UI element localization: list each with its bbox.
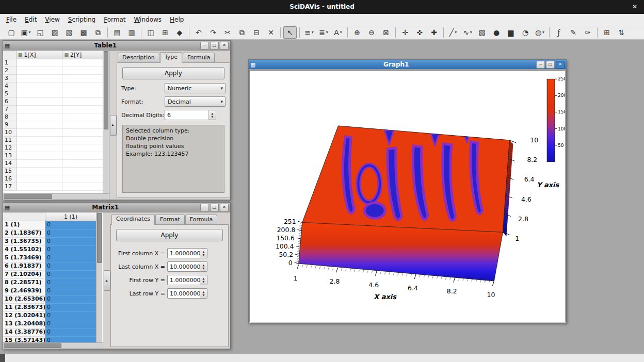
plot-canvas[interactable]: 12.84.66.48.21012.84.66.48.210050.2100.4…: [249, 70, 566, 322]
matrix-row-header[interactable]: 7 (2.10204): [3, 271, 45, 279]
matrix1-vertical-scrollbar[interactable]: [96, 212, 102, 342]
matrix-row-header[interactable]: 3 (1.36735): [3, 238, 45, 246]
add-function-icon[interactable]: ∿: [461, 26, 474, 39]
python-console-icon[interactable]: ✑: [581, 26, 594, 39]
plot-pie-icon[interactable]: ◔: [519, 26, 532, 39]
menu-edit[interactable]: Edit: [21, 14, 41, 25]
cut-icon[interactable]: ✂: [221, 26, 234, 39]
zoom-out-icon[interactable]: ⊖: [365, 26, 378, 39]
row-number[interactable]: 7: [3, 106, 17, 113]
close-button[interactable]: ✕: [556, 61, 565, 69]
layers-icon[interactable]: ≡: [302, 26, 316, 39]
table-cell[interactable]: [62, 98, 103, 106]
plot-3d-icon[interactable]: ●: [490, 26, 503, 39]
table-cell[interactable]: [62, 59, 103, 67]
row-number[interactable]: 2: [3, 67, 17, 75]
matrix-row-header[interactable]: 4 (1.55102): [3, 246, 45, 254]
project-explorer-icon[interactable]: ◫: [144, 26, 157, 39]
data-reader-icon[interactable]: ✜: [413, 26, 426, 39]
table-cell[interactable]: [62, 137, 103, 144]
tab-formula[interactable]: Formula: [185, 215, 217, 224]
matrix1-titlebar[interactable]: ▦ Matrix1 − □ ✕: [3, 203, 230, 212]
matrix-cell[interactable]: 0: [45, 271, 96, 279]
matrix-row-header[interactable]: 2 (1.18367): [3, 229, 45, 238]
decimal-digits-spinbox[interactable]: 6: [165, 110, 216, 120]
add-text-icon[interactable]: A: [331, 26, 345, 39]
apply-button[interactable]: Apply: [116, 229, 223, 241]
spin-arrows-icon[interactable]: [200, 289, 207, 298]
splitter-expand-button[interactable]: ▸: [110, 115, 117, 136]
table-cell[interactable]: [62, 113, 103, 121]
matrix-cell[interactable]: 0: [45, 295, 96, 304]
rescale-icon[interactable]: ⊠: [379, 26, 393, 39]
matrix-cell[interactable]: 0: [45, 221, 96, 229]
coordinate-spinbox[interactable]: 1.000000000: [167, 248, 207, 258]
table1-vertical-scrollbar[interactable]: [103, 51, 109, 193]
table-cell[interactable]: [17, 152, 63, 160]
menu-help[interactable]: Help: [166, 14, 188, 25]
row-number[interactable]: 4: [3, 83, 17, 90]
table-cell[interactable]: [17, 168, 63, 175]
add-image-icon[interactable]: ▧: [475, 26, 489, 39]
table-cell[interactable]: [62, 75, 103, 83]
add-column-icon[interactable]: ⊞: [600, 26, 614, 39]
matrix-row-header[interactable]: 9 (2.46939): [3, 287, 45, 295]
row-number[interactable]: 12: [3, 144, 17, 152]
row-number[interactable]: 13: [3, 152, 17, 160]
row-number[interactable]: 14: [3, 160, 17, 168]
table-cell[interactable]: [17, 129, 63, 137]
plot-bars-icon[interactable]: ▆: [504, 26, 518, 39]
matrix-cell[interactable]: 0: [45, 328, 96, 337]
table-cell[interactable]: [17, 83, 63, 90]
matrix1-horizontal-scrollbar[interactable]: [3, 342, 103, 349]
row-number[interactable]: 11: [3, 137, 17, 144]
matrix-cell[interactable]: 0: [45, 246, 96, 254]
menu-windows[interactable]: Windows: [130, 14, 166, 25]
table-cell[interactable]: [62, 83, 103, 90]
matrix-row-header[interactable]: 5 (1.73469): [3, 254, 45, 262]
duplicate-window-icon[interactable]: ⧉: [91, 26, 105, 39]
save-project-icon[interactable]: ▩: [77, 26, 90, 39]
menu-view[interactable]: View: [41, 14, 63, 25]
row-number[interactable]: 10: [3, 129, 17, 137]
table-cell[interactable]: [62, 168, 103, 175]
matrix-row-header[interactable]: 12 (3.02041): [3, 312, 45, 320]
menu-scripting[interactable]: Scripting: [64, 14, 100, 25]
matrix-row-header[interactable]: 13 (3.20408): [3, 320, 45, 328]
matrix-cell[interactable]: 0: [45, 320, 96, 328]
close-button[interactable]: ✕: [220, 204, 229, 211]
graph1-titlebar[interactable]: ▦ Graph1 − □ ✕: [249, 60, 566, 70]
spin-arrows-icon[interactable]: [208, 110, 216, 120]
coordinate-spinbox[interactable]: 10.00000000: [167, 261, 207, 272]
table1-corner-cell[interactable]: [3, 51, 17, 59]
table-cell[interactable]: [17, 75, 63, 83]
table-cell[interactable]: [17, 98, 63, 106]
apply-button[interactable]: Apply: [122, 67, 224, 79]
table-cell[interactable]: [62, 129, 103, 137]
paste-icon[interactable]: ⊟: [250, 26, 263, 39]
table-cell[interactable]: [17, 183, 63, 191]
menu-format[interactable]: Format: [100, 14, 130, 25]
tab-formula[interactable]: Formula: [183, 53, 215, 62]
matrix-cell[interactable]: 0: [45, 304, 96, 312]
matrix-cell[interactable]: 0: [45, 279, 96, 287]
type-combobox[interactable]: Numeric: [165, 83, 226, 93]
script-window-icon[interactable]: ✎: [567, 26, 580, 39]
table-cell[interactable]: [62, 175, 103, 183]
screen-reader-icon[interactable]: ✛: [398, 26, 412, 39]
redo-icon[interactable]: ↷: [206, 26, 220, 39]
row-number[interactable]: 15: [3, 168, 17, 175]
pointer-icon[interactable]: ↖: [283, 26, 297, 39]
table-cell[interactable]: [62, 121, 103, 129]
table-cell[interactable]: [62, 144, 103, 152]
row-number[interactable]: 8: [3, 113, 17, 121]
row-number[interactable]: 17: [3, 183, 17, 191]
maximize-button[interactable]: □: [546, 61, 555, 69]
delete-icon[interactable]: ✕: [264, 26, 278, 39]
maximize-button[interactable]: □: [210, 42, 219, 50]
matrix-row-header[interactable]: 1 (1): [3, 221, 45, 229]
table-cell[interactable]: [17, 67, 63, 75]
zoom-in-icon[interactable]: ⊕: [350, 26, 364, 39]
table1-horizontal-scrollbar[interactable]: [3, 193, 109, 200]
row-number[interactable]: 16: [3, 175, 17, 183]
